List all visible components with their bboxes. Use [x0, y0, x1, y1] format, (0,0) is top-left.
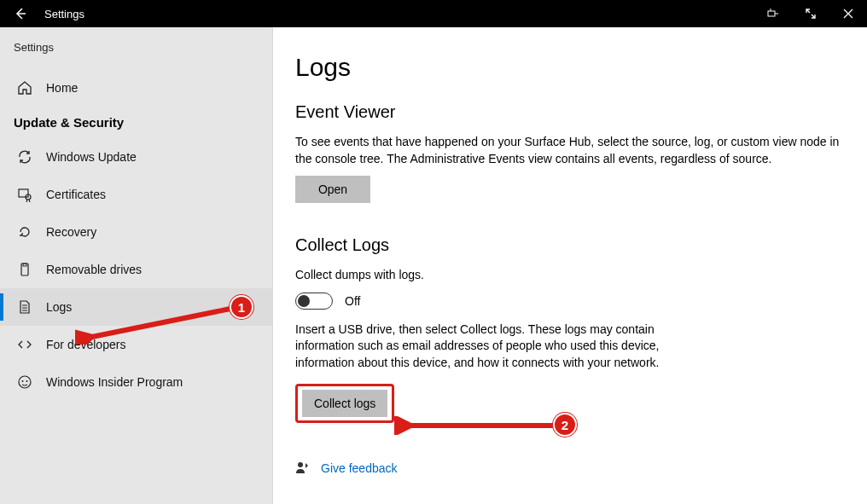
insider-icon — [17, 374, 32, 390]
sidebar-item-label: Removable drives — [46, 263, 142, 276]
sidebar-item-windows-insider[interactable]: Windows Insider Program — [0, 363, 272, 401]
toggle-state-label: Off — [345, 294, 360, 308]
sidebar-item-label: Logs — [46, 300, 72, 314]
open-button[interactable]: Open — [295, 176, 370, 203]
feedback-icon — [295, 461, 311, 476]
pin-icon — [767, 8, 779, 20]
pin-button[interactable] — [754, 0, 792, 27]
svg-point-8 — [298, 462, 303, 467]
recovery-icon — [17, 224, 32, 240]
collect-dumps-toggle[interactable] — [295, 293, 333, 310]
back-arrow-icon — [14, 7, 27, 20]
sidebar-item-certificates[interactable]: Certificates — [0, 176, 272, 213]
svg-rect-0 — [768, 11, 775, 16]
svg-rect-4 — [23, 264, 26, 266]
close-button[interactable] — [829, 0, 867, 27]
svg-rect-3 — [21, 264, 28, 275]
sidebar-item-label: Windows Update — [46, 150, 137, 164]
sidebar-item-label: Home — [46, 81, 78, 95]
svg-point-7 — [26, 380, 28, 382]
collect-logs-description: Insert a USB drive, then select Collect … — [295, 322, 662, 372]
svg-point-5 — [19, 376, 31, 388]
sidebar-item-label: Recovery — [46, 225, 96, 239]
certificate-icon — [17, 187, 32, 202]
collect-logs-heading: Collect Logs — [295, 235, 850, 255]
page-title: Logs — [295, 53, 850, 82]
sidebar-section-title: Update & Security — [0, 100, 272, 138]
svg-point-6 — [22, 380, 24, 382]
give-feedback-link[interactable]: Give feedback — [321, 461, 398, 475]
titlebar: Settings — [0, 0, 867, 27]
sidebar: Settings Home Update & Security Windows … — [0, 27, 273, 504]
collect-logs-button[interactable]: Collect logs — [302, 390, 387, 417]
maximize-icon — [805, 8, 817, 20]
annotation-badge-1: 1 — [230, 295, 253, 319]
breadcrumb[interactable]: Settings — [0, 38, 272, 62]
toggle-knob-icon — [298, 295, 310, 307]
document-icon — [17, 299, 32, 315]
sidebar-item-label: Windows Insider Program — [46, 375, 183, 389]
window-title: Settings — [44, 8, 84, 20]
event-viewer-heading: Event Viewer — [295, 102, 850, 122]
collect-dumps-label: Collect dumps with logs. — [295, 267, 850, 284]
sidebar-item-recovery[interactable]: Recovery — [0, 213, 272, 251]
sidebar-item-home[interactable]: Home — [0, 62, 272, 100]
sidebar-item-removable-drives[interactable]: Removable drives — [0, 251, 272, 288]
svg-rect-1 — [19, 189, 28, 197]
annotation-badge-2: 2 — [553, 413, 577, 437]
event-viewer-description: To see events that have happened on your… — [295, 134, 850, 167]
back-button[interactable] — [7, 0, 34, 27]
sidebar-item-label: For developers — [46, 338, 125, 351]
home-icon — [17, 80, 32, 96]
sidebar-item-windows-update[interactable]: Windows Update — [0, 138, 272, 176]
close-icon — [843, 9, 853, 19]
usb-icon — [17, 262, 32, 277]
sidebar-item-label: Certificates — [46, 188, 106, 201]
sync-icon — [17, 149, 32, 165]
sidebar-item-for-developers[interactable]: For developers — [0, 326, 272, 363]
maximize-button[interactable] — [792, 0, 829, 27]
developers-icon — [17, 337, 32, 352]
annotation-highlight-collect: Collect logs — [295, 384, 394, 423]
